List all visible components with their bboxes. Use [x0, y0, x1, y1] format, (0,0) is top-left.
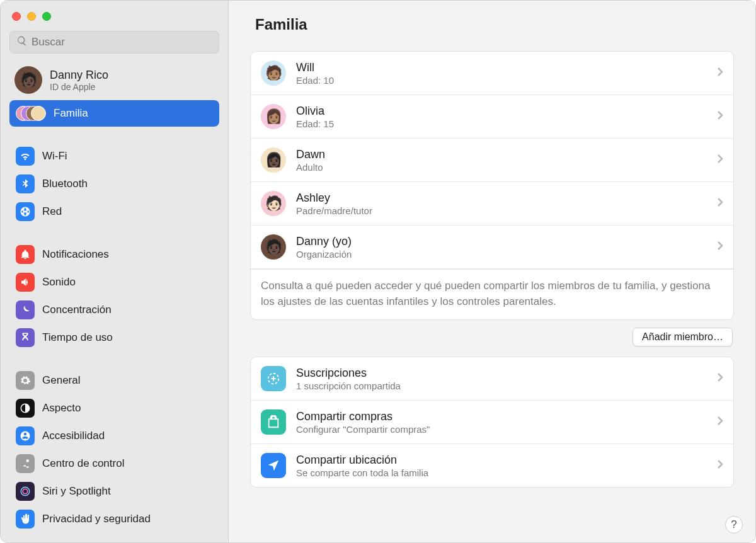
- moon-icon: [16, 300, 35, 319]
- sidebar: 🧑🏿 Danny Rico ID de Apple Familia Wi-FiB…: [1, 1, 229, 542]
- member-sub: Edad: 15: [296, 118, 707, 129]
- sidebar-item-privacy[interactable]: Privacidad y seguridad: [9, 506, 219, 532]
- bell-icon: [16, 245, 35, 264]
- sidebar-item-notifications[interactable]: Notificaciones: [9, 241, 219, 268]
- sidebar-item-network[interactable]: Red: [9, 198, 219, 225]
- member-avatar: 🧑🏿: [261, 234, 286, 260]
- chevron-right-icon: [717, 241, 723, 253]
- search-field[interactable]: [9, 31, 219, 54]
- minimize-window-button[interactable]: [27, 12, 36, 21]
- main-content: Familia 🧑🏽WillEdad: 10👩🏽OliviaEdad: 15👩🏿…: [229, 1, 755, 542]
- feature-row-purchases[interactable]: Compartir comprasConfigurar "Compartir c…: [251, 401, 733, 444]
- chevron-right-icon: [717, 197, 723, 210]
- member-name: Ashley: [296, 191, 707, 205]
- hourglass-icon: [16, 328, 35, 347]
- sidebar-item-label: Tiempo de uso: [42, 331, 113, 344]
- sidebar-item-appearance[interactable]: Aspecto: [9, 395, 219, 421]
- member-name: Will: [296, 61, 707, 74]
- feature-row-location[interactable]: Compartir ubicaciónSe comparte con toda …: [251, 444, 733, 487]
- member-text: DawnAdulto: [296, 148, 707, 173]
- search-icon: [16, 35, 32, 49]
- sidebar-item-label: Red: [42, 205, 62, 218]
- member-avatar: 🧑🏻: [261, 191, 286, 216]
- hand-icon: [16, 510, 35, 529]
- contrast-icon: [16, 399, 35, 418]
- window-controls: [9, 9, 219, 31]
- feature-sub: Configurar "Compartir compras": [296, 424, 707, 435]
- family-member-row[interactable]: 🧑🏿Danny (yo)Organización: [251, 226, 733, 269]
- chevron-right-icon: [717, 416, 723, 428]
- location-icon: [261, 453, 286, 478]
- gear-icon: [16, 371, 35, 390]
- feature-title: Suscripciones: [296, 367, 707, 380]
- sidebar-item-accessibility[interactable]: Accesibilidad: [9, 423, 219, 449]
- sidebar-item-label: Accesibilidad: [42, 430, 105, 442]
- bluetooth-icon: [16, 174, 35, 193]
- feature-text: Suscripciones1 suscripción compartida: [296, 367, 707, 391]
- sidebar-item-label: Centro de control: [42, 457, 124, 470]
- feature-row-subs[interactable]: Suscripciones1 suscripción compartida: [251, 357, 733, 401]
- member-text: AshleyPadre/madre/tutor: [296, 191, 707, 216]
- family-member-row[interactable]: 🧑🏻AshleyPadre/madre/tutor: [251, 182, 733, 226]
- sidebar-item-focus[interactable]: Concentración: [9, 297, 219, 323]
- search-input[interactable]: [32, 36, 212, 49]
- feature-text: Compartir ubicaciónSe comparte con toda …: [296, 454, 707, 478]
- members-footer-text: Consulta a qué pueden acceder y qué pued…: [251, 269, 733, 319]
- help-button[interactable]: ?: [725, 516, 743, 534]
- member-sub: Adulto: [296, 162, 707, 173]
- sidebar-item-label: Privacidad y seguridad: [42, 513, 151, 525]
- sidebar-item-siri[interactable]: Siri y Spotlight: [9, 478, 219, 505]
- member-text: OliviaEdad: 15: [296, 105, 707, 129]
- sidebar-item-label: Aspecto: [42, 402, 81, 414]
- sidebar-item-label: Bluetooth: [42, 178, 88, 190]
- feature-text: Compartir comprasConfigurar "Compartir c…: [296, 410, 707, 435]
- settings-window: 🧑🏿 Danny Rico ID de Apple Familia Wi-FiB…: [0, 0, 756, 543]
- member-text: WillEdad: 10: [296, 61, 707, 86]
- chevron-right-icon: [717, 67, 723, 79]
- svg-point-1: [21, 487, 30, 496]
- wifi-icon: [16, 147, 35, 166]
- sidebar-item-sound[interactable]: Sonido: [9, 269, 219, 295]
- feature-sub: Se comparte con toda la familia: [296, 467, 707, 478]
- family-member-row[interactable]: 🧑🏽WillEdad: 10: [251, 52, 733, 95]
- member-avatar: 👩🏿: [261, 147, 286, 173]
- feature-title: Compartir compras: [296, 410, 707, 423]
- add-member-bar: Añadir miembro…: [250, 328, 733, 346]
- sidebar-item-family[interactable]: Familia: [9, 100, 219, 127]
- sidebar-item-bluetooth[interactable]: Bluetooth: [9, 171, 219, 197]
- svg-point-2: [23, 489, 28, 494]
- sidebar-item-apple-id[interactable]: 🧑🏿 Danny Rico ID de Apple: [9, 62, 219, 98]
- switches-icon: [16, 454, 35, 473]
- sidebar-item-controlcenter[interactable]: Centro de control: [9, 450, 219, 477]
- chevron-right-icon: [717, 459, 723, 472]
- globe-icon: [16, 202, 35, 221]
- sidebar-item-general[interactable]: General: [9, 367, 219, 394]
- sidebar-item-label: Notificaciones: [42, 248, 109, 261]
- close-window-button[interactable]: [12, 12, 21, 21]
- sidebar-item-label: General: [42, 374, 80, 387]
- page-title: Familia: [250, 16, 734, 33]
- member-sub: Organización: [296, 249, 707, 260]
- speaker-icon: [16, 273, 35, 292]
- feature-title: Compartir ubicación: [296, 454, 707, 467]
- zoom-window-button[interactable]: [42, 12, 51, 21]
- family-member-row[interactable]: 👩🏿DawnAdulto: [251, 139, 733, 182]
- family-members-panel: 🧑🏽WillEdad: 10👩🏽OliviaEdad: 15👩🏿DawnAdul…: [250, 51, 734, 320]
- account-subtitle: ID de Apple: [50, 82, 108, 92]
- member-sub: Edad: 10: [296, 75, 707, 86]
- family-features-panel: Suscripciones1 suscripción compartidaCom…: [250, 357, 734, 488]
- sidebar-item-wifi[interactable]: Wi-Fi: [9, 143, 219, 169]
- member-sub: Padre/madre/tutor: [296, 205, 707, 216]
- sidebar-item-label: Sonido: [42, 276, 76, 289]
- chevron-right-icon: [717, 372, 723, 385]
- subscribe-icon: [261, 366, 286, 391]
- person-icon: [16, 426, 35, 445]
- member-name: Dawn: [296, 148, 707, 161]
- add-member-button[interactable]: Añadir miembro…: [633, 328, 733, 346]
- sidebar-item-screentime[interactable]: Tiempo de uso: [9, 324, 219, 351]
- family-member-row[interactable]: 👩🏽OliviaEdad: 15: [251, 95, 733, 139]
- member-name: Olivia: [296, 105, 707, 118]
- family-avatars-icon: [16, 104, 46, 123]
- account-avatar: 🧑🏿: [14, 66, 42, 94]
- sidebar-item-label: Familia: [54, 107, 88, 120]
